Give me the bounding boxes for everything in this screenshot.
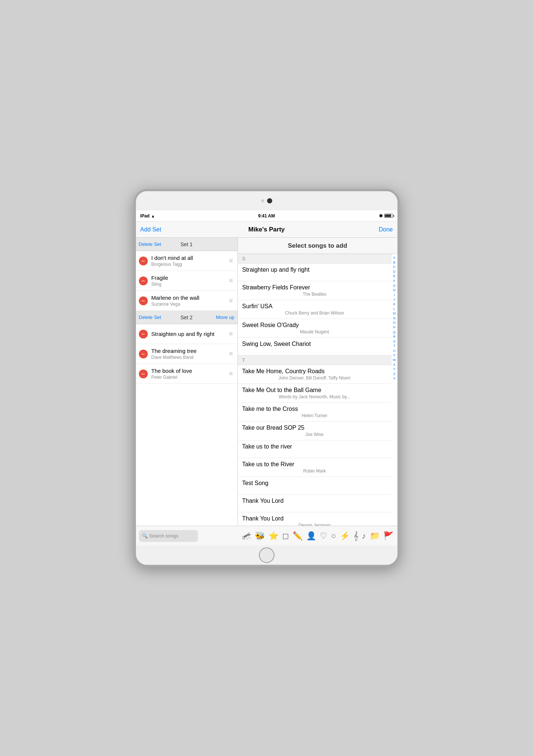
remove-song-2-3[interactable]: − [139, 370, 148, 378]
alpha-p[interactable]: P [393, 325, 395, 330]
drag-handle-1-2[interactable]: ≡ [228, 277, 235, 285]
alpha-y[interactable]: Y [393, 367, 395, 372]
song-title-2-2: The dreaming tree [151, 348, 228, 354]
filter-star-icon[interactable]: ⭐ [267, 530, 280, 542]
alpha-q[interactable]: Q [393, 330, 396, 335]
alpha-e[interactable]: E [393, 274, 395, 279]
alpha-o[interactable]: O [393, 320, 396, 325]
alpha-h[interactable]: H [393, 288, 396, 293]
filter-music-icon[interactable]: 𝄞 [352, 530, 359, 542]
list-item[interactable]: Take me to the Cross Helen Turner [238, 403, 392, 422]
filter-circle-icon[interactable]: ○ [330, 530, 337, 542]
alpha-d[interactable]: D [393, 269, 396, 274]
set2-header: Delete Set Set 2 Move up [136, 311, 238, 324]
set2-move-button[interactable]: Move up [205, 315, 235, 320]
alpha-f[interactable]: F [393, 279, 396, 284]
filter-person-icon[interactable]: 👤 [305, 530, 317, 542]
battery-icon [384, 214, 393, 218]
alpha-a[interactable]: A [393, 255, 395, 260]
drag-handle-2-1[interactable]: ≡ [228, 330, 235, 338]
song-title-2-3: The book of love [151, 368, 228, 374]
list-item[interactable]: Sweet Rosie O'Grady Maude Nugent [238, 319, 392, 338]
search-box[interactable]: 🔍 Search songs [139, 530, 198, 542]
bluetooth-icon: ✱ [379, 213, 383, 219]
set2-song-row-2: − The dreaming tree Dave Matthews Band ≡ [136, 344, 238, 364]
alpha-s[interactable]: S [393, 339, 395, 344]
song-list-title: Take Me Home, Country Roads [242, 368, 387, 375]
list-item[interactable]: Take us to the river [238, 440, 392, 458]
remove-song-1-1[interactable]: − [139, 257, 148, 265]
alpha-c[interactable]: C [393, 265, 396, 269]
set1-title: Set 1 [168, 241, 205, 247]
alpha-k[interactable]: K [393, 302, 395, 307]
alpha-u[interactable]: U [393, 348, 396, 353]
song-info-1-3: Marlene on the wall Suzanne Vega [151, 295, 228, 307]
song-info-1-1: I don't mind at all Borgeious Tagg [151, 255, 228, 267]
right-panel: Select songs to add S Straighten up and … [238, 238, 397, 526]
list-item[interactable]: Swing Low, Sweet Chariot [238, 338, 392, 355]
list-item[interactable]: Take our Bread SOP 25 Joe Wise [238, 422, 392, 440]
remove-song-1-2[interactable]: − [139, 276, 148, 285]
list-item[interactable]: Take Me Out to the Ball Game Words by Ja… [238, 384, 392, 403]
alpha-hash[interactable]: # [393, 376, 395, 381]
alpha-g[interactable]: G [393, 284, 396, 288]
remove-song-2-2[interactable]: − [139, 350, 148, 358]
set1-song-row-2: − Fragile Sting ≡ [136, 271, 238, 291]
alpha-m[interactable]: M [393, 311, 396, 316]
add-set-button[interactable]: Add Set [139, 225, 163, 234]
list-item[interactable]: Take Me Home, Country Roads John Denver,… [238, 365, 392, 384]
list-item[interactable]: Test Song [238, 477, 392, 495]
alpha-x[interactable]: X [393, 362, 395, 367]
search-placeholder: Search songs [149, 533, 179, 539]
alpha-t[interactable]: T [393, 344, 396, 348]
song-list-title: Surfin' USA [242, 303, 387, 310]
remove-song-1-3[interactable]: − [139, 296, 148, 305]
alpha-w[interactable]: W [393, 358, 396, 362]
list-item[interactable]: Surfin' USA Chuck Berry and Brian Wilson [238, 300, 392, 319]
battery-fill [385, 214, 391, 217]
done-button[interactable]: Done [377, 225, 394, 234]
list-item[interactable]: Take us to the River Robin Mark [238, 458, 392, 477]
songs-list: S Straighten up and fly right Strawberry… [238, 254, 392, 526]
filter-heart-icon[interactable]: ♡ [319, 530, 328, 542]
filter-edit-icon[interactable]: ✏️ [291, 530, 304, 542]
song-list-title: Swing Low, Sweet Chariot [242, 341, 387, 347]
nav-right: Done [358, 225, 394, 234]
song-list-title: Take our Bread SOP 25 [242, 425, 387, 431]
set2-title: Set 2 [168, 315, 205, 320]
alpha-i[interactable]: I [394, 293, 395, 298]
section-header-s: S [238, 254, 392, 264]
alpha-n[interactable]: N [393, 316, 396, 321]
list-item[interactable]: Thank You Lord [238, 495, 392, 512]
set1-delete-button[interactable]: Delete Set [139, 241, 168, 247]
filter-flag-icon[interactable]: 🚩 [382, 530, 394, 542]
alpha-r[interactable]: R [393, 334, 396, 339]
filter-bee-icon[interactable]: 🐝 [254, 530, 266, 542]
song-artist-2-3: Peter Gabriel [151, 375, 228, 380]
drag-handle-1-1[interactable]: ≡ [228, 257, 235, 265]
drag-handle-2-3[interactable]: ≡ [228, 370, 235, 378]
song-artist-2-2: Dave Matthews Band [151, 355, 228, 360]
alpha-z[interactable]: Z [393, 372, 396, 377]
list-item[interactable]: Straighten up and fly right [238, 264, 392, 281]
song-list-title: Sweet Rosie O'Grady [242, 322, 387, 329]
alpha-v[interactable]: V [393, 353, 395, 358]
filter-note-icon[interactable]: ♪ [361, 530, 367, 542]
set2-delete-button[interactable]: Delete Set [139, 315, 168, 320]
drag-handle-2-2[interactable]: ≡ [228, 350, 235, 358]
status-right: ✱ [309, 213, 393, 219]
alpha-l[interactable]: L [393, 307, 395, 312]
home-button[interactable] [259, 547, 274, 563]
list-item[interactable]: Thank You Lord Dennis Jernigan [238, 512, 392, 526]
alpha-j[interactable]: J [393, 297, 395, 302]
list-item[interactable]: Strawberry Fields Forever The Beatles [238, 281, 392, 300]
filter-bolt-icon[interactable]: ⚡ [339, 530, 351, 542]
section-letter-s: S [242, 256, 246, 261]
song-list-title: Take us to the river [242, 443, 387, 450]
filter-folder-icon[interactable]: 📁 [369, 530, 381, 542]
remove-song-2-1[interactable]: − [139, 330, 148, 339]
filter-bug-icon[interactable]: 🦟 [240, 530, 252, 542]
drag-handle-1-3[interactable]: ≡ [228, 297, 235, 305]
filter-screen-icon[interactable]: ◻ [281, 530, 290, 542]
alpha-b[interactable]: B [393, 260, 395, 265]
